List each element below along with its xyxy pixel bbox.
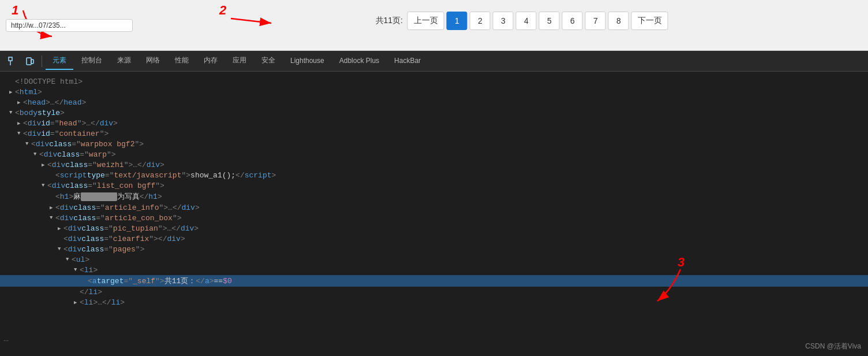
page-3-button[interactable]: 3 (493, 12, 514, 30)
code-line-div-weizhi[interactable]: <div class="weizhi">…</div> (0, 160, 868, 170)
tab-sources[interactable]: 来源 (110, 52, 138, 70)
triangle-div-weizhi[interactable] (42, 162, 47, 168)
triangle-div-pic-tupian[interactable] (58, 225, 63, 232)
page-7-button[interactable]: 7 (585, 12, 606, 30)
toolbar-divider (42, 55, 42, 67)
csdn-watermark: CSDN @活着Viva (805, 342, 861, 351)
svg-rect-4 (27, 58, 31, 65)
code-line-body[interactable]: <body style> (0, 107, 868, 118)
triangle-head[interactable] (17, 99, 23, 106)
code-line-div-head[interactable]: <div id="head">…</div> (0, 118, 868, 128)
page-6-button[interactable]: 6 (562, 12, 583, 30)
triangle-a-none (82, 278, 88, 284)
code-line-div-article-con-box[interactable]: <div class="article_con_box"> (0, 213, 868, 223)
triangle-clearfix-none (58, 236, 63, 242)
tab-elements[interactable]: 元素 (46, 52, 73, 70)
page-4-button[interactable]: 4 (516, 12, 537, 30)
tab-console[interactable]: 控制台 (74, 52, 109, 70)
code-line-div-clearfix[interactable]: <div class="clearfix"></div> (0, 233, 868, 244)
code-line-ul[interactable]: <ul> (0, 254, 868, 265)
code-line-doctype: <!DOCTYPE html> (0, 76, 868, 87)
total-pages-label: 共11页: (376, 16, 403, 26)
triangle-h1-none (50, 194, 55, 199)
code-line-div-pages[interactable]: <div class="pages"> (0, 244, 868, 254)
tab-application[interactable]: 应用 (226, 52, 253, 70)
code-line-div-list-con[interactable]: <div class="list_con bgff"> (0, 180, 868, 191)
code-line-div-warp[interactable]: <div class="warp"> (0, 149, 868, 160)
triangle-div-pages[interactable] (58, 246, 63, 252)
code-line-h1[interactable]: <h1>麻████████ 为写真</h1> (0, 191, 868, 202)
pagination: 共11页: 上一页 1 2 3 4 5 6 7 8 下一页 (376, 12, 668, 30)
code-line-head[interactable]: <head>…</head> (0, 97, 868, 107)
tab-memory[interactable]: 内存 (197, 52, 225, 70)
code-line-div-warpbox[interactable]: <div class="warpbox bgf2"> (0, 139, 868, 149)
code-line-a-selected[interactable]: <a target="_self">共11页：</a> == $0 (0, 275, 868, 287)
triangle-div-article-info[interactable] (50, 205, 55, 211)
triangle-script-none (50, 172, 55, 178)
code-line-li-selected[interactable]: <li> (0, 265, 868, 275)
triangle-html[interactable] (9, 89, 15, 95)
triangle-ul[interactable] (66, 257, 72, 262)
triangle-div-head[interactable] (17, 120, 23, 127)
address-bar[interactable]: http://w...07/235... (6, 19, 133, 32)
code-line-div-article-info[interactable]: <div class="article_info">…</div> (0, 202, 868, 213)
code-line-script[interactable]: <script type="text/javascript">show_a1()… (0, 170, 868, 180)
triangle-div-warp[interactable] (33, 151, 39, 157)
code-line-html[interactable]: <html> (0, 87, 868, 97)
code-line-li-close[interactable]: </li> (0, 287, 868, 297)
devtools-toolbar: 元素 控制台 来源 网络 性能 内存 应用 安全 Lighthouse Adbl… (0, 51, 868, 72)
tab-lighthouse[interactable]: Lighthouse (283, 53, 331, 69)
triangle-li-more[interactable] (74, 299, 80, 306)
annotation-2: 2 (219, 3, 226, 18)
next-page-button[interactable]: 下一页 (631, 12, 668, 30)
code-line-li-more[interactable]: <li>…</li> (0, 297, 868, 307)
tab-performance[interactable]: 性能 (168, 52, 196, 70)
inspector-icon[interactable] (5, 53, 21, 69)
prev-page-button[interactable]: 上一页 (407, 12, 444, 30)
tab-adblock[interactable]: Adblock Plus (332, 53, 386, 69)
triangle-li-close-none (74, 289, 80, 295)
triangle-none (9, 79, 15, 84)
page-2-button[interactable]: 2 (470, 12, 491, 30)
page-8-button[interactable]: 8 (608, 12, 629, 30)
three-dots: ... (3, 335, 9, 342)
triangle-div-container[interactable] (17, 131, 23, 136)
browser-top-bar: 1 http://w...07/235... 2 共11页: 上一页 1 2 3… (0, 0, 868, 51)
device-icon[interactable] (22, 53, 38, 69)
annotation-1: 1 (12, 3, 18, 18)
tab-security[interactable]: 安全 (255, 52, 282, 70)
triangle-body[interactable] (9, 110, 15, 116)
svg-rect-2 (9, 57, 12, 61)
triangle-div-list-con[interactable] (42, 183, 47, 188)
arrow-2-svg (228, 7, 280, 36)
triangle-div-warpbox[interactable] (25, 141, 31, 147)
page-5-button[interactable]: 5 (539, 12, 560, 30)
tab-network[interactable]: 网络 (139, 52, 167, 70)
tab-hackbar[interactable]: HackBar (387, 53, 428, 69)
code-line-div-pic-tupian[interactable]: <div class="pic_tupian">…</div> (0, 223, 868, 233)
page-1-button[interactable]: 1 (447, 12, 467, 30)
code-panel: <!DOCTYPE html> <html> <head>…</head> <b… (0, 72, 868, 356)
triangle-div-article-con-box[interactable] (50, 215, 55, 221)
code-line-div-container[interactable]: <div id="container"> (0, 128, 868, 139)
triangle-li[interactable] (74, 267, 80, 273)
svg-rect-5 (31, 60, 33, 64)
